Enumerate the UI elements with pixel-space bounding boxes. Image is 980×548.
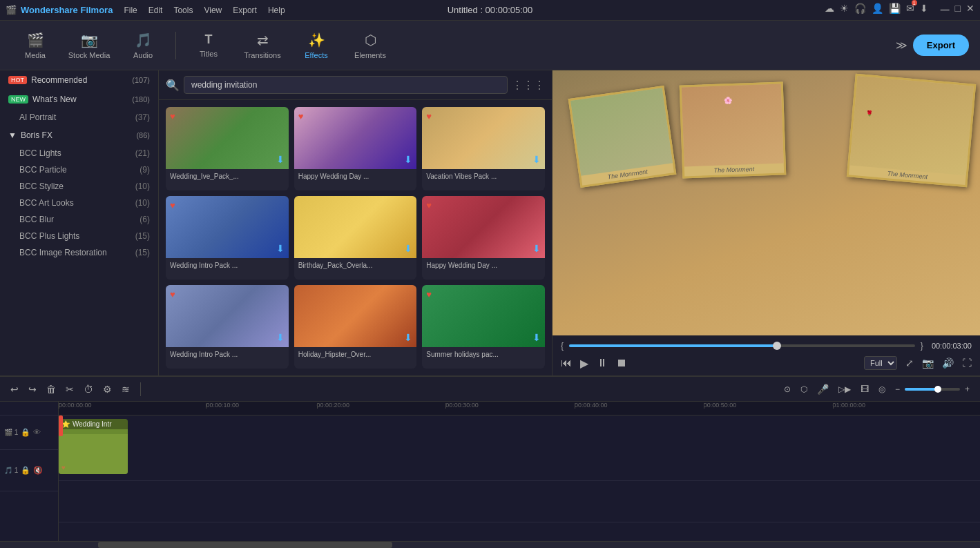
download-icon[interactable]: ⬇ bbox=[920, 3, 928, 17]
download-icon-5[interactable]: ⬇ bbox=[404, 243, 412, 254]
download-icon-3[interactable]: ⬇ bbox=[532, 154, 541, 165]
scrollbar-thumb[interactable] bbox=[98, 542, 392, 548]
effects-icon: ✨ bbox=[308, 32, 325, 48]
timeline-tracks[interactable]: 00:00:00:00 00:00:10:00 00:00:20:00 00:0… bbox=[59, 402, 980, 541]
tool-audio[interactable]: 🎵 Audio bbox=[119, 25, 167, 66]
clip-header-1: ⭐ Wedding Intr bbox=[59, 419, 128, 429]
audio-eye-icon[interactable]: 🔇 bbox=[33, 466, 43, 475]
zoom-slider[interactable] bbox=[905, 388, 960, 391]
account-icon[interactable]: 👤 bbox=[872, 3, 883, 17]
effect-card-6[interactable]: ♥ ⬇ Happy Wedding Day ... bbox=[422, 196, 545, 280]
zoom-in-icon[interactable]: + bbox=[963, 382, 972, 396]
delete-button[interactable]: 🗑 bbox=[44, 382, 58, 397]
film-icon[interactable]: 🎞 bbox=[858, 382, 871, 396]
menu-tools[interactable]: Tools bbox=[173, 6, 193, 15]
timer-button[interactable]: ⏱ bbox=[81, 382, 95, 397]
maximize-button[interactable]: □ bbox=[955, 3, 961, 17]
menu-edit[interactable]: Edit bbox=[148, 6, 163, 15]
tool-effects[interactable]: ✨ Effects bbox=[292, 25, 340, 66]
menu-help[interactable]: Help bbox=[268, 6, 285, 15]
pause-button[interactable]: ⏸ bbox=[597, 357, 608, 369]
effect-card-4[interactable]: ♥ ⬇ Wedding Intro Pack ... bbox=[166, 196, 289, 280]
audio-lock-icon[interactable]: 🔒 bbox=[21, 466, 30, 475]
tool-elements[interactable]: ⬡ Elements bbox=[346, 25, 394, 66]
fullscreen-icon[interactable]: ⛶ bbox=[962, 358, 972, 369]
effect-label-3: Vacation Vibes Pack ... bbox=[422, 169, 545, 184]
headphone-icon[interactable]: 🎧 bbox=[854, 3, 866, 17]
sidebar-item-recommended[interactable]: HOT Recommended (107) bbox=[0, 70, 158, 90]
snap-icon[interactable]: ⊙ bbox=[782, 382, 793, 396]
effect-card-5[interactable]: ⬇ Birthday_Pack_Overla... bbox=[294, 196, 417, 280]
download-icon-2[interactable]: ⬇ bbox=[404, 154, 412, 165]
download-icon-8[interactable]: ⬇ bbox=[404, 332, 412, 343]
export-button[interactable]: Export bbox=[913, 35, 969, 56]
adjust-button[interactable]: ⚙ bbox=[101, 382, 114, 397]
sidebar-item-bcc-blur[interactable]: BCC Blur (6) bbox=[0, 211, 158, 228]
waveform-button[interactable]: ≋ bbox=[119, 382, 132, 397]
bcc-art-looks-count: (10) bbox=[135, 198, 150, 208]
sidebar-item-whats-new[interactable]: NEW What's New (180) bbox=[0, 90, 158, 109]
search-input[interactable] bbox=[184, 76, 508, 94]
menu-export[interactable]: Export bbox=[233, 6, 257, 15]
sidebar-item-boris-fx[interactable]: ▼ Boris FX (86) bbox=[0, 126, 158, 145]
mic-icon[interactable]: 🎤 bbox=[815, 382, 831, 397]
zoom-out-icon[interactable]: − bbox=[893, 382, 902, 396]
horizontal-scrollbar[interactable] bbox=[0, 541, 980, 548]
mail-icon[interactable]: ✉1 bbox=[906, 3, 914, 17]
effect-thumb-2: ♥ ⬇ bbox=[294, 107, 417, 169]
effect-card-9[interactable]: ♥ ⬇ Summer holidays pac... bbox=[422, 285, 545, 369]
save-icon[interactable]: 💾 bbox=[889, 3, 901, 17]
cut-button[interactable]: ✂ bbox=[64, 382, 76, 397]
sidebar-item-bcc-art-looks[interactable]: BCC Art Looks (10) bbox=[0, 195, 158, 211]
quality-select[interactable]: Full 1/2 1/4 bbox=[864, 356, 897, 370]
tool-media[interactable]: 🎬 Media bbox=[11, 25, 59, 66]
sidebar-item-bcc-image-restoration[interactable]: BCC Image Restoration (15) bbox=[0, 244, 158, 261]
sidebar-item-ai-portrait[interactable]: AI Portrait (37) bbox=[0, 109, 158, 126]
download-icon-7[interactable]: ⬇ bbox=[276, 332, 285, 343]
stop-button[interactable]: ⏹ bbox=[616, 357, 627, 369]
download-icon-1[interactable]: ⬇ bbox=[276, 154, 285, 165]
resize-preview-icon[interactable]: ⤢ bbox=[905, 358, 914, 369]
circle-icon[interactable]: ◎ bbox=[876, 382, 887, 396]
effect-card-8[interactable]: ⬇ Holiday_Hipster_Over... bbox=[294, 285, 417, 369]
download-icon-6[interactable]: ⬇ bbox=[532, 243, 541, 254]
menu-file[interactable]: File bbox=[124, 6, 137, 15]
tool-stock[interactable]: 📷 Stock Media bbox=[65, 25, 113, 66]
play-button[interactable]: ▶ bbox=[580, 357, 588, 370]
screenshot-icon[interactable]: 📷 bbox=[922, 358, 934, 369]
progress-bar[interactable] bbox=[569, 344, 915, 347]
progress-handle[interactable] bbox=[773, 342, 781, 350]
video-clip-1[interactable]: ⭐ Wedding Intr ♥ bbox=[59, 419, 128, 474]
track-lock-icon[interactable]: 🔒 bbox=[21, 428, 30, 437]
download-icon-4[interactable]: ⬇ bbox=[276, 243, 285, 254]
track-eye-icon[interactable]: 👁 bbox=[33, 428, 41, 437]
tool-titles[interactable]: T Titles bbox=[184, 25, 233, 66]
sidebar-item-bcc-plus-lights[interactable]: BCC Plus Lights (15) bbox=[0, 228, 158, 244]
menu-view[interactable]: View bbox=[204, 6, 222, 15]
skip-back-button[interactable]: ⏮ bbox=[561, 357, 572, 369]
expand-icon[interactable]: ≫ bbox=[896, 39, 907, 52]
close-button[interactable]: ✕ bbox=[966, 3, 974, 17]
sidebar-item-bcc-stylize[interactable]: BCC Stylize (10) bbox=[0, 178, 158, 195]
sidebar-item-bcc-lights[interactable]: BCC Lights (21) bbox=[0, 145, 158, 162]
transition-icon[interactable]: ▷▶ bbox=[836, 382, 853, 396]
magnet-icon[interactable]: ⬡ bbox=[798, 382, 809, 396]
effect-card-3[interactable]: ♥ ⬇ Vacation Vibes Pack ... bbox=[422, 107, 545, 190]
track-number-a1: 🎵 1 bbox=[4, 467, 18, 474]
grid-options-icon[interactable]: ⋮⋮⋮ bbox=[512, 79, 545, 92]
minimize-button[interactable]: ─ bbox=[941, 3, 950, 17]
tool-transitions[interactable]: ⇄ Transitions bbox=[238, 25, 287, 66]
audio-track-row bbox=[59, 481, 980, 522]
sidebar-item-bcc-particle[interactable]: BCC Particle (9) bbox=[0, 162, 158, 178]
cloud-icon[interactable]: ☁ bbox=[825, 3, 834, 17]
download-icon-9[interactable]: ⬇ bbox=[532, 332, 541, 343]
effect-card-1[interactable]: ♥ ⬇ Wedding_Ive_Pack_... bbox=[166, 107, 289, 190]
volume-icon[interactable]: 🔊 bbox=[942, 358, 954, 369]
sun-icon[interactable]: ☀ bbox=[840, 3, 849, 17]
redo-button[interactable]: ↪ bbox=[26, 382, 39, 397]
effect-card-7[interactable]: ♥ ⬇ Wedding Intro Pack ... bbox=[166, 285, 289, 369]
effect-card-2[interactable]: ♥ ⬇ Happy Wedding Day ... bbox=[294, 107, 417, 190]
zoom-handle[interactable] bbox=[934, 386, 941, 393]
undo-button[interactable]: ↩ bbox=[8, 382, 21, 397]
effect-label-8: Holiday_Hipster_Over... bbox=[294, 347, 417, 362]
